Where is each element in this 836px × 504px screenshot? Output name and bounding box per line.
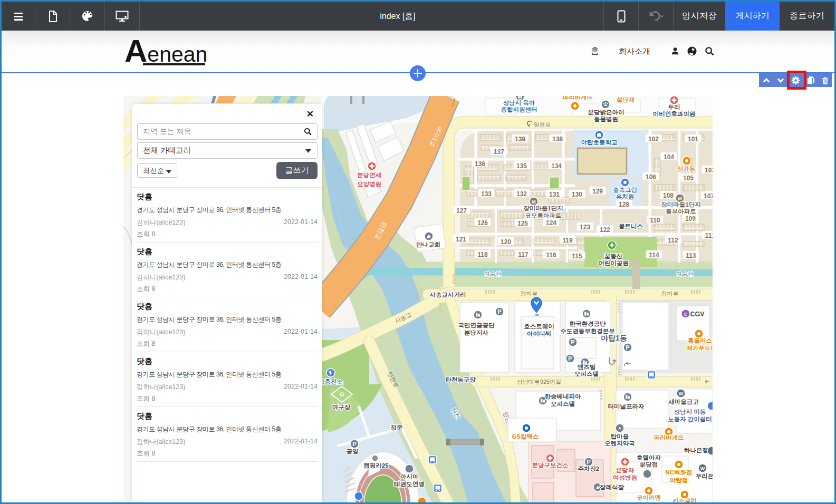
svg-text:102: 102 [648,135,659,143]
svg-text:하나은행: 하나은행 [684,447,708,453]
svg-text:호텔아자: 호텔아자 [637,454,661,461]
svg-text:야탑초등학교: 야탑초등학교 [581,139,618,146]
svg-text:117: 117 [518,251,528,258]
svg-text:분당점: 분당점 [640,461,658,468]
svg-text:CGV: CGV [690,311,705,318]
svg-text:꿈동산: 꿈동산 [604,253,623,259]
svg-text:분당차: 분당차 [616,467,635,473]
svg-text:분당밝은아이: 분당밝은아이 [588,109,624,115]
svg-text:P: P [497,308,501,315]
svg-text:GS칼텍스: GS칼텍스 [512,433,539,440]
svg-text:성남시 이동: 성남시 이동 [674,409,706,415]
svg-text:M: M [532,199,536,205]
svg-text:123: 123 [580,224,590,231]
svg-text:설담재: 설담재 [617,96,635,103]
svg-text:한승베네피아: 한승베네피아 [545,393,582,400]
svg-text:주차장2: 주차장2 [578,466,600,472]
svg-text:124: 124 [546,219,556,227]
svg-text:두리: 두리 [668,104,680,110]
svg-text:129: 129 [592,188,603,195]
svg-text:야구장: 야구장 [332,404,351,410]
svg-text:양현로: 양현로 [534,121,551,128]
svg-text:오피스텔: 오피스텔 [551,401,575,407]
svg-text:캠핑카25: 캠핑카25 [363,462,389,469]
svg-text:103: 103 [705,167,713,174]
svg-text:성남시 육아: 성남시 육아 [503,100,535,106]
svg-text:W: W [700,466,705,471]
svg-text:이비인후과의원: 이비인후과의원 [653,111,696,117]
svg-text:139: 139 [515,135,525,143]
svg-text:아이디씨: 아이디씨 [527,331,551,337]
svg-text:홈플러스: 홈플러스 [688,337,713,344]
svg-text:장미마을1단지: 장미마을1단지 [661,201,700,208]
svg-text:장례식장: 장례식장 [600,484,624,490]
svg-text:한국환경공단: 한국환경공단 [570,321,607,327]
svg-text:135: 135 [516,162,527,170]
svg-text:코이라멘: 코이라멘 [637,495,661,501]
svg-text:126: 126 [477,219,488,227]
svg-text:우리은: 우리은 [696,473,713,479]
svg-text:여수천: 여수천 [676,270,694,277]
svg-text:P: P [352,441,356,447]
svg-text:101: 101 [688,135,698,143]
svg-text:국민연금공단: 국민연금공단 [458,322,495,328]
svg-text:야탑점: 야탑점 [670,477,688,483]
svg-text:엔즈빌: 엔즈빌 [578,364,596,370]
svg-text:104: 104 [664,153,674,161]
svg-text:코오롱아파트: 코오롱아파트 [525,212,562,219]
svg-text:120: 120 [501,238,511,246]
svg-text:P: P [571,339,574,345]
svg-text:종합지원센터: 종합지원센터 [501,106,537,113]
svg-text:134: 134 [551,162,562,170]
svg-text:NC백화점: NC백화점 [665,469,692,476]
svg-text:P: P [587,459,590,465]
svg-text:호스트웨이: 호스트웨이 [524,323,554,329]
svg-text:탄천농구장: 탄천농구장 [445,376,476,383]
svg-text:터미널프라자: 터미널프라자 [608,403,645,410]
svg-text:어린이공원: 어린이공원 [598,260,629,266]
svg-text:P: P [568,355,572,362]
svg-text:111: 111 [705,232,713,239]
svg-text:119: 119 [562,237,573,244]
svg-text:동물병원: 동물병원 [594,116,618,122]
svg-text:동부아파트: 동부아파트 [666,208,696,215]
svg-text:132: 132 [516,190,527,198]
svg-text:116: 116 [546,251,556,259]
svg-text:136: 136 [475,160,485,168]
svg-text:130: 130 [572,191,582,198]
svg-text:M: M [678,196,682,201]
svg-text:128: 128 [619,201,629,208]
svg-text:105: 105 [683,175,694,182]
svg-text:여수천: 여수천 [484,270,502,277]
svg-text:114: 114 [649,251,659,259]
svg-text:장미마을1단지: 장미마을1단지 [523,205,563,211]
svg-text:108: 108 [663,192,674,199]
svg-text:요양병원: 요양병원 [357,181,381,187]
svg-text:정문: 정문 [391,424,403,431]
svg-text:새마을금고: 새마을금고 [668,399,699,405]
svg-text:W: W [679,391,684,396]
svg-text:아시아: 아시아 [400,473,419,480]
svg-text:131: 131 [549,191,560,198]
svg-text:만나교회: 만나교회 [416,241,440,248]
svg-text:122: 122 [600,226,610,234]
svg-text:태권도연맹: 태권도연맹 [394,481,425,487]
svg-text:127: 127 [456,207,467,215]
svg-text:분당구보건소: 분당구보건소 [532,462,569,468]
svg-text:사송교사거리: 사송교사거리 [430,292,466,298]
svg-text:몽트니스: 몽트니스 [619,223,643,229]
svg-text:121: 121 [456,236,466,243]
svg-text:탑마을: 탑마을 [611,433,629,440]
svg-text:P: P [626,344,629,351]
svg-text:분당연세: 분당연세 [357,172,381,178]
svg-text:성남대로925번길: 성남대로925번길 [517,379,561,385]
svg-text:125: 125 [517,220,528,227]
svg-text:110: 110 [650,217,660,224]
svg-text:파리바게뜨: 파리바게뜨 [654,434,684,441]
svg-text:노동자 간이쉼터: 노동자 간이쉼터 [668,416,712,422]
svg-text:오렌지약국: 오렌지약국 [604,440,635,447]
svg-text:118: 118 [477,251,488,258]
svg-text:분당지사: 분당지사 [464,329,489,336]
svg-text:공영: 공영 [347,448,359,454]
svg-text:킨스클럽: 킨스클럽 [672,498,697,502]
